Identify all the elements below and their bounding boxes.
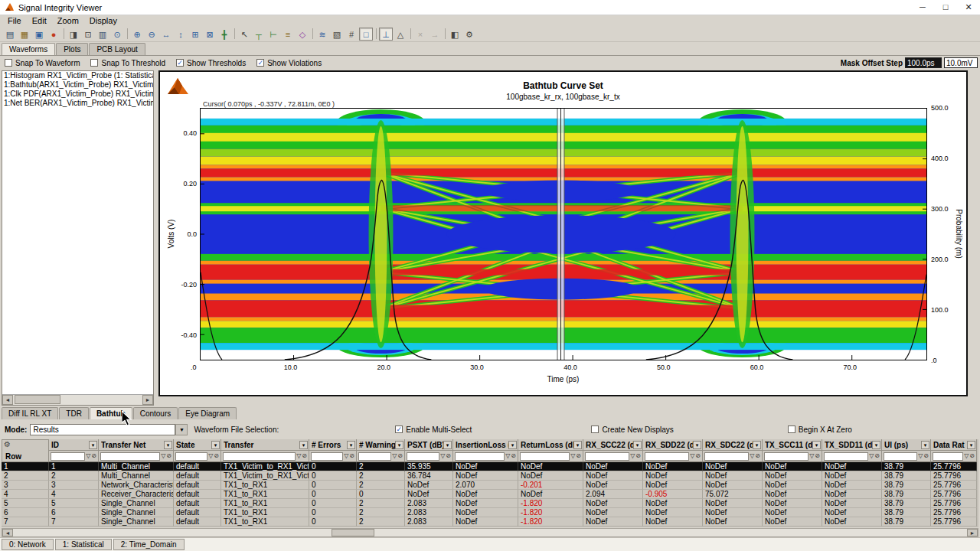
column-header-tx-sdd11-db[interactable]: TX_SDD11 (dB)▾	[822, 439, 882, 451]
filter-icon[interactable]: ▽	[964, 452, 969, 460]
sort-arrow-icon[interactable]: ▾	[89, 441, 97, 449]
scroll-right-arrow[interactable]: ►	[142, 395, 153, 405]
minimize-button[interactable]: ─	[911, 0, 934, 15]
sort-arrow-icon[interactable]: ▾	[573, 441, 582, 449]
menu-file[interactable]: File	[2, 15, 27, 26]
filter-icon[interactable]: ▽	[296, 452, 301, 460]
filter-icon[interactable]: ▽	[505, 452, 510, 460]
zoom-box-icon[interactable]: ⊞	[188, 28, 202, 41]
tab-pcb-layout[interactable]: PCB Layout	[89, 43, 145, 55]
sort-arrow-icon[interactable]: ▾	[395, 441, 403, 449]
vertical-marker-icon[interactable]: ┬	[252, 28, 266, 41]
filter-input[interactable]	[645, 452, 689, 461]
grid-icon[interactable]: #	[345, 28, 358, 41]
mask-icon[interactable]: ◇	[296, 28, 309, 41]
sort-arrow-icon[interactable]: ▾	[872, 441, 880, 449]
filter-input[interactable]	[585, 452, 629, 461]
clear-filter-icon[interactable]: ⊘	[755, 452, 760, 460]
select-region-icon[interactable]: □	[359, 28, 373, 41]
filter-input[interactable]	[455, 452, 505, 461]
checkbox-show-violations[interactable]: ✓Show Violations	[256, 59, 322, 67]
column-header-transfer-net[interactable]: Transfer Net▾	[99, 439, 174, 451]
gear-icon[interactable]: ⚙	[4, 440, 11, 448]
checkbox-enable-multi-select[interactable]: ✓Enable Multi-Select	[395, 425, 472, 434]
plot-frame[interactable]	[200, 108, 927, 360]
checkbox-box-show-violations[interactable]: ✓	[256, 59, 264, 67]
sort-arrow-icon[interactable]: ▾	[211, 441, 220, 449]
sort-arrow-icon[interactable]: ▾	[164, 441, 172, 449]
zoom-y-icon[interactable]: ↕	[174, 28, 188, 41]
checkbox-box-create-new-displays[interactable]	[591, 425, 599, 433]
plot-tab-eye-diagram[interactable]: Eye Diagram	[178, 407, 237, 419]
column-header-rx-scc22-db[interactable]: RX_SCC22 (dB)▾	[583, 439, 643, 451]
column-header-psxt-db[interactable]: PSXT (dB)▾	[405, 439, 453, 451]
table-row[interactable]: 11Multi_ChanneldefaultTX1_Victim_to_RX1_…	[2, 462, 978, 471]
column-header-warnings[interactable]: # Warnings▾	[357, 439, 405, 451]
filter-icon[interactable]: ▽	[809, 452, 814, 460]
close-button[interactable]: ✕	[957, 0, 980, 15]
checkbox-box-snap-to-threshold[interactable]	[90, 59, 98, 67]
filter-icon[interactable]: ▽	[208, 452, 213, 460]
filter-icon[interactable]: ▽	[392, 452, 397, 460]
filter-icon[interactable]: ▽	[630, 452, 635, 460]
new-display-icon[interactable]: ▤	[3, 28, 17, 41]
clear-filter-icon[interactable]: ⊘	[695, 452, 701, 460]
copy-icon[interactable]: ⊡	[81, 28, 95, 41]
maximize-button[interactable]: □	[934, 0, 957, 15]
column-header-returnloss-db[interactable]: ReturnLoss (dB)▾	[518, 439, 583, 451]
menu-edit[interactable]: Edit	[27, 15, 52, 26]
checkbox-box-show-thresholds[interactable]: ✓	[176, 59, 184, 67]
clear-filter-icon[interactable]: ⊘	[91, 452, 96, 460]
clear-filter-icon[interactable]: ⊘	[511, 452, 516, 460]
filter-icon[interactable]: ▽	[440, 452, 445, 460]
column-header-insertionloss-db[interactable]: InsertionLoss (dB)▾	[453, 439, 518, 451]
save-icon[interactable]: ▣	[32, 28, 46, 41]
print-icon[interactable]: ◨	[67, 28, 80, 41]
column-header-id[interactable]: ID▾	[49, 439, 99, 451]
table-row[interactable]: 22Multi_ChanneldefaultTX1_Victim_to_RX1_…	[2, 471, 978, 481]
sort-arrow-icon[interactable]: ▾	[753, 441, 761, 449]
filter-icon[interactable]: ▽	[344, 452, 348, 460]
mask-offset-voltage-input[interactable]	[944, 57, 978, 68]
split-view-icon[interactable]: ◧	[448, 28, 462, 41]
filter-icon[interactable]: ▽	[869, 452, 874, 460]
filter-input[interactable]	[51, 452, 85, 461]
zoom-icon[interactable]: ⊙	[110, 28, 124, 41]
filter-icon[interactable]: ▽	[570, 452, 575, 460]
clear-filter-icon[interactable]: ⊘	[815, 452, 820, 460]
filter-input[interactable]	[764, 452, 808, 461]
filter-input[interactable]	[933, 452, 963, 461]
column-header-transfer[interactable]: Transfer▾	[221, 439, 309, 451]
sort-arrow-icon[interactable]: ▾	[693, 441, 701, 449]
bottom-tab-0-network[interactable]: 0: Network	[2, 539, 54, 550]
sort-arrow-icon[interactable]: ▾	[508, 441, 517, 449]
clear-filter-icon[interactable]: ⊘	[923, 452, 929, 460]
filter-input[interactable]	[311, 452, 343, 461]
stack-icon[interactable]: ▧	[330, 28, 344, 41]
waveform-list-item[interactable]: 1:Clk PDF(ARX1_Victim_Probe) RX1_Victim_…	[2, 90, 153, 99]
sort-arrow-icon[interactable]: ▾	[812, 441, 821, 449]
table-row[interactable]: 66Single_ChanneldefaultTX1_to_RX1022.083…	[2, 508, 978, 517]
pan-icon[interactable]: ╋	[217, 28, 231, 41]
column-header-rx-sdc22-db[interactable]: RX_SDC22 (dB)▾	[703, 439, 763, 451]
checkbox-begin-x-at-zero[interactable]: Begin X At Zero	[788, 425, 852, 434]
clear-filter-icon[interactable]: ⊘	[446, 452, 451, 460]
tab-plots[interactable]: Plots	[56, 43, 88, 55]
sort-arrow-icon[interactable]: ▾	[443, 441, 452, 449]
filter-input[interactable]	[704, 452, 749, 461]
filter-input[interactable]	[358, 452, 391, 461]
tab-waveforms[interactable]: Waveforms	[2, 43, 55, 55]
filter-input[interactable]	[824, 452, 868, 461]
plot-tab-diff-il-rl-xt[interactable]: Diff IL RL XT	[2, 407, 58, 419]
table-row[interactable]: 55Single_ChanneldefaultTX1_to_RX1022.083…	[2, 499, 978, 508]
clear-filter-icon[interactable]: ⊘	[349, 452, 354, 460]
clear-filter-icon[interactable]: ⊘	[874, 452, 880, 460]
column-header-tx-scc11-db[interactable]: TX_SCC11 (dB)▾	[763, 439, 822, 451]
checkbox-box-snap-to-waveform[interactable]	[5, 59, 12, 67]
scroll-thumb[interactable]	[15, 395, 60, 404]
sort-arrow-icon[interactable]: ▾	[921, 441, 929, 449]
clear-filter-icon[interactable]: ⊘	[166, 452, 172, 460]
sort-arrow-icon[interactable]: ▾	[299, 441, 308, 449]
column-header-data-rat[interactable]: Data Rat▾	[931, 439, 977, 451]
filter-icon[interactable]: ▽	[750, 452, 754, 460]
